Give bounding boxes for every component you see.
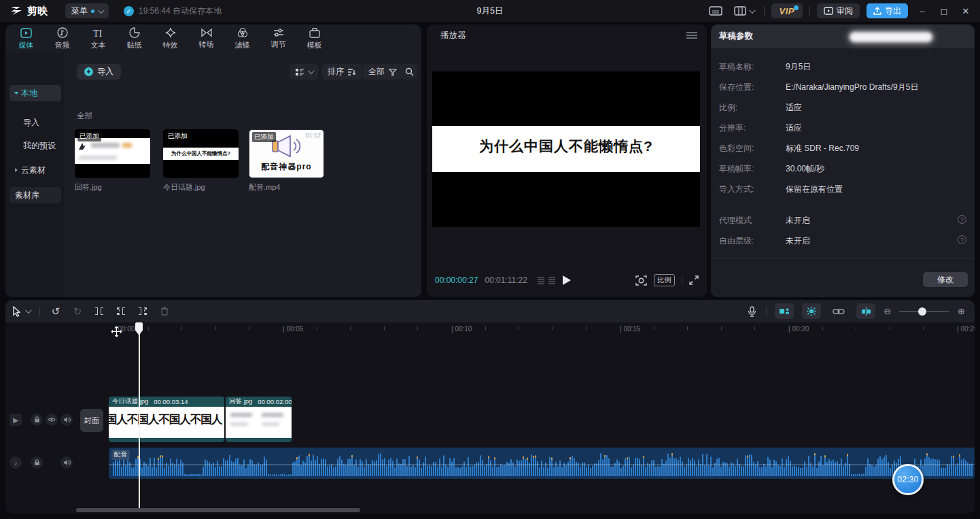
- layout-icon: [734, 6, 746, 16]
- zoom-out-button[interactable]: ⊖: [883, 306, 891, 316]
- mute-track-icon[interactable]: [60, 414, 73, 426]
- added-badge: 已添加: [252, 132, 276, 142]
- field-label: 分辨率:: [719, 122, 786, 133]
- preview-axis-toggle[interactable]: [856, 303, 875, 319]
- auto-snap-toggle[interactable]: [802, 303, 821, 319]
- divider: [711, 258, 975, 258]
- tab-filters[interactable]: 滤镜: [224, 24, 260, 53]
- video-preview[interactable]: 为什么中国人不能懒惰点?: [432, 71, 700, 227]
- zoom-slider-handle[interactable]: [918, 307, 926, 316]
- tab-media[interactable]: 媒体: [8, 24, 44, 53]
- title-bar: 剪映 菜单 ✓ 19:56:44 自动保存本地 9月5日 VIP: [0, 0, 980, 22]
- tab-sticker[interactable]: 贴纸: [116, 24, 152, 53]
- timeline-audio-clip[interactable]: 配音: [109, 448, 975, 479]
- split-keep-left-button[interactable]: [115, 307, 127, 315]
- media-item-topic[interactable]: 已添加 为什么中国人不能懒惰点? 今日话题.jpg: [163, 129, 239, 192]
- time-ruler[interactable]: | 00:00| 00:05| 00:10| 00:15| 00:20| 00:…: [5, 322, 975, 339]
- current-time: 00:00:00:27: [435, 275, 478, 285]
- delete-button[interactable]: [158, 307, 171, 316]
- media-item-answer[interactable]: 已添加 回答.jpg: [75, 129, 150, 192]
- media-item-name: 配音.mp4: [249, 182, 324, 192]
- delete-icon: [160, 307, 169, 316]
- divider: [766, 307, 767, 316]
- tab-templates[interactable]: 模板: [296, 24, 332, 53]
- review-button[interactable]: 审阅: [817, 3, 860, 18]
- sidebar-item-label: 云素材: [21, 165, 46, 176]
- minimize-button[interactable]: –: [915, 6, 930, 16]
- media-item-voiceover[interactable]: 已添加 01:12 配音神器pro 配音.mp4: [249, 129, 324, 192]
- snap-rays-icon: [806, 307, 817, 316]
- zoom-in-button[interactable]: ⊕: [958, 306, 965, 316]
- app-logo-text: 剪映: [27, 5, 48, 18]
- record-voiceover-button[interactable]: [746, 306, 758, 317]
- clip-name: 今日话题.jpg: [112, 397, 148, 406]
- field-label: 导入方式:: [719, 184, 786, 195]
- magnetic-snap-toggle[interactable]: [775, 303, 794, 319]
- sidebar-item-presets[interactable]: 我的预设: [10, 137, 61, 154]
- preview-focus-icon[interactable]: [635, 275, 647, 286]
- mute-track-icon[interactable]: [60, 456, 73, 469]
- tab-text[interactable]: TI 文本: [80, 24, 116, 53]
- template-icon: [309, 28, 320, 38]
- filter-button[interactable]: 全部: [363, 64, 402, 80]
- redo-button[interactable]: ↻: [71, 305, 84, 318]
- cover-button[interactable]: 封面: [80, 409, 103, 432]
- select-tool-button[interactable]: [12, 306, 30, 317]
- sidebar-item-import[interactable]: 导入: [10, 114, 61, 131]
- sidebar-item-label: 本地: [21, 88, 37, 99]
- link-preview-toggle[interactable]: [829, 303, 848, 319]
- sidebar-item-local[interactable]: 本地: [10, 85, 61, 101]
- horizontal-scrollbar[interactable]: [76, 508, 360, 512]
- split-keep-right-button[interactable]: [137, 307, 149, 315]
- tab-effects[interactable]: 特效: [152, 24, 188, 53]
- field-label: 色彩空间:: [719, 143, 786, 154]
- menu-button[interactable]: 菜单: [65, 3, 109, 18]
- tab-audio[interactable]: 音频: [44, 24, 80, 53]
- sort-button[interactable]: 排序: [322, 64, 362, 80]
- vip-button[interactable]: VIP: [771, 3, 803, 18]
- lock-track-icon[interactable]: [31, 456, 43, 469]
- timeline-clip-answer[interactable]: 回答.jpg 00:00:02:00: [226, 397, 292, 442]
- recording-timer-badge: 02:30: [892, 464, 924, 495]
- import-button[interactable]: + 导入: [77, 64, 121, 80]
- magnet-icon: [779, 307, 790, 315]
- modify-button[interactable]: 修改: [923, 272, 968, 287]
- close-button[interactable]: ✕: [958, 6, 973, 16]
- timeline-zoom-slider[interactable]: [899, 311, 949, 312]
- filter-icon: [388, 68, 397, 76]
- search-button[interactable]: [401, 64, 417, 80]
- field-label: 自由层级:: [719, 235, 786, 246]
- clip-thumbnail-text: 国人不国人不国人不国人: [109, 412, 224, 427]
- hide-track-icon[interactable]: [46, 414, 58, 426]
- divider: [764, 6, 765, 16]
- export-button[interactable]: 导出: [867, 3, 908, 18]
- playhead-line[interactable]: [139, 322, 140, 508]
- review-label: 审阅: [837, 5, 853, 17]
- thumb-title-text: 为什么中国人不能懒惰点?: [163, 150, 239, 157]
- tab-label: 特效: [163, 40, 178, 50]
- tab-transitions[interactable]: 转场: [188, 24, 224, 53]
- ratio-button[interactable]: 比例: [654, 274, 675, 286]
- fullscreen-icon[interactable]: [689, 275, 699, 285]
- play-button[interactable]: [563, 275, 571, 285]
- media-thumbnail: 已添加: [75, 129, 150, 178]
- tab-adjust[interactable]: 调节: [260, 24, 296, 53]
- field-save-location: 保存位置: E:/Naraka/JianyingPro Drafts/9月5日: [719, 82, 966, 93]
- tab-label: 贴纸: [127, 40, 142, 50]
- search-icon: [405, 67, 414, 76]
- menu-notification-dot: [91, 10, 94, 13]
- split-button[interactable]: [93, 307, 105, 315]
- layout-switch-button[interactable]: [731, 4, 757, 18]
- view-mode-button[interactable]: [290, 64, 318, 80]
- sidebar-item-library[interactable]: 素材库: [10, 187, 61, 203]
- jianying-app: 剪映 菜单 ✓ 19:56:44 自动保存本地 9月5日 VIP: [0, 0, 980, 519]
- help-icon[interactable]: ?: [958, 215, 966, 224]
- player-menu-icon[interactable]: [686, 32, 697, 39]
- maximize-button[interactable]: ◻: [937, 6, 951, 16]
- undo-button[interactable]: ↺: [50, 305, 62, 318]
- shortcut-keys-button[interactable]: [707, 4, 724, 18]
- timeline-clip-topic[interactable]: 今日话题.jpg 00:00:03:14 国人不国人不国人不国人: [109, 397, 224, 442]
- sidebar-item-cloud[interactable]: 云素材: [10, 162, 61, 178]
- lock-track-icon[interactable]: [31, 414, 43, 426]
- help-icon[interactable]: ?: [958, 235, 966, 244]
